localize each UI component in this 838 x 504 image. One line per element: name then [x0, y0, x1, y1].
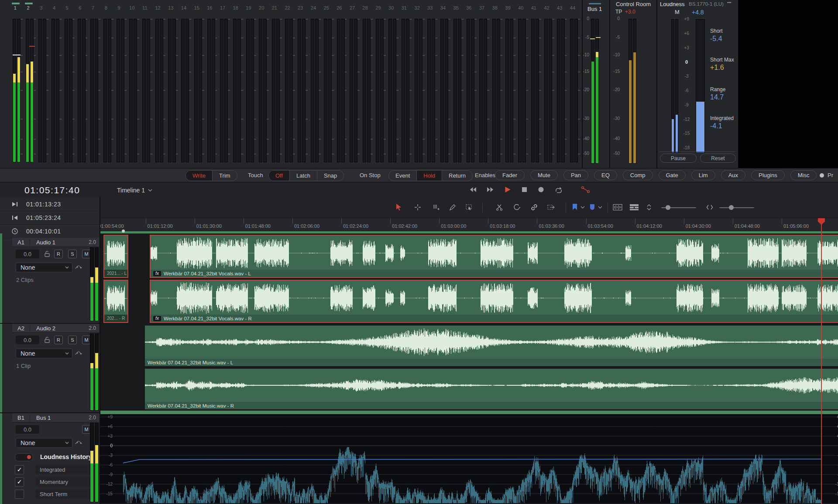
channel-meter-40[interactable]: 40	[516, 0, 529, 168]
solo-button[interactable]: S	[68, 250, 77, 258]
music-clip-l[interactable]: Werkbär 07.04.21_32bit Music.wav - L	[145, 326, 838, 366]
play-button[interactable]	[504, 186, 511, 193]
enable-fader[interactable]: Fader	[495, 170, 525, 180]
event-button[interactable]: Event	[389, 171, 416, 181]
channel-meter-16[interactable]: 16	[205, 0, 218, 168]
enable-lim[interactable]: Lim	[691, 170, 715, 180]
channel-meter-14[interactable]: 14	[179, 0, 192, 168]
marquee-select-tool[interactable]	[465, 203, 473, 211]
enable-pan[interactable]: Pan	[563, 170, 588, 180]
partial-clip-r[interactable]: 202... - R	[103, 280, 128, 323]
channel-meter-26[interactable]: 26	[335, 0, 348, 168]
retime-icon[interactable]	[547, 203, 556, 211]
cut-icon[interactable]	[495, 203, 503, 211]
latch-button[interactable]: Latch	[289, 171, 317, 181]
music-clip-r[interactable]: Werkbär 07.04.21_32bit Music.wav - R	[145, 369, 838, 409]
fx-badge[interactable]: fx	[153, 271, 161, 276]
checkbox[interactable]: ✓	[15, 477, 24, 487]
razor-tool[interactable]	[432, 203, 440, 211]
channel-meter-10[interactable]: 10	[127, 0, 140, 168]
waveform-view-icon[interactable]	[613, 203, 622, 211]
link-icon[interactable]	[530, 203, 538, 211]
loudness-menu-icon[interactable]: •••	[727, 0, 731, 5]
channel-meter-29[interactable]: 29	[374, 0, 387, 168]
channel-meter-7[interactable]: 7	[88, 0, 101, 168]
write-button[interactable]: Write	[186, 171, 212, 181]
zoom-slider-handle[interactable]	[729, 205, 734, 210]
channel-meter-42[interactable]: 42	[542, 0, 555, 168]
effects-dropdown[interactable]: None	[16, 263, 72, 272]
channel-strip-dot-icon[interactable]	[820, 173, 824, 178]
channel-meter-2[interactable]: 2	[24, 0, 37, 168]
pencil-tool[interactable]	[449, 203, 457, 211]
timeline-area[interactable]: 01:00:54:0001:01:12:0001:01:30:0001:01:4…	[100, 197, 838, 504]
channel-meter-1[interactable]: 1	[10, 0, 24, 168]
channel-meter-30[interactable]: 30	[386, 0, 399, 168]
lock-icon[interactable]	[44, 336, 51, 343]
channel-meter-21[interactable]: 21	[270, 0, 283, 168]
channel-meter-27[interactable]: 27	[347, 0, 361, 168]
channel-meter-3[interactable]: 3	[36, 0, 49, 168]
channel-meter-22[interactable]: 22	[283, 0, 296, 168]
reset-button[interactable]: Reset	[700, 154, 736, 163]
marker-chevron-icon[interactable]	[598, 206, 602, 209]
pointer-tool[interactable]	[395, 203, 403, 211]
channel-meter-36[interactable]: 36	[464, 0, 477, 168]
zoom-slider[interactable]	[719, 207, 754, 208]
automation-curve-icon[interactable]	[74, 439, 84, 446]
effects-dropdown[interactable]: None	[16, 349, 72, 358]
automation-curve-icon[interactable]	[74, 264, 84, 271]
enable-aux[interactable]: Aux	[721, 170, 745, 180]
channel-meter-15[interactable]: 15	[192, 0, 205, 168]
duration-row[interactable]: 00:04:10:01	[0, 224, 100, 238]
playhead-line[interactable]	[821, 218, 822, 504]
fast-forward-button[interactable]	[487, 186, 494, 193]
channel-meter-9[interactable]: 9	[114, 0, 127, 168]
pause-button[interactable]: Pause	[660, 154, 697, 163]
off-button[interactable]: Off	[269, 171, 289, 181]
channel-meter-28[interactable]: 28	[361, 0, 374, 168]
partial-clip-l[interactable]: 2021... - L	[103, 235, 128, 278]
loudness-history-toggle[interactable]	[15, 453, 33, 461]
zoom-extent-icon[interactable]	[706, 203, 713, 211]
return-button[interactable]: Return	[442, 171, 472, 181]
marker-dot[interactable]	[122, 230, 125, 233]
channel-meter-11[interactable]: 11	[140, 0, 153, 168]
vocal-clip-l[interactable]: fx Werkbär 07.04.21_32bit Vocals.wav - L	[150, 235, 838, 278]
channel-meter-44[interactable]: 44	[568, 0, 581, 168]
track-height-slider-handle[interactable]	[666, 205, 670, 210]
flag-chevron-icon[interactable]	[580, 206, 585, 209]
channel-meter-20[interactable]: 20	[257, 0, 270, 168]
range-tool[interactable]	[414, 203, 422, 211]
channel-meter-6[interactable]: 6	[76, 0, 89, 168]
channel-meter-5[interactable]: 5	[62, 0, 76, 168]
track-header-a2[interactable]: A2 Audio 2 2.0 0.0 R S M None 1 Clip	[0, 324, 100, 413]
channel-meter-19[interactable]: 19	[244, 0, 257, 168]
volume-field[interactable]: 0.0	[16, 250, 39, 258]
channel-meter-34[interactable]: 34	[438, 0, 451, 168]
option-integrated[interactable]: ✓Integrated	[15, 465, 94, 474]
channel-meter-17[interactable]: 17	[218, 0, 231, 168]
checkbox[interactable]	[15, 490, 24, 499]
track-height-icon[interactable]	[646, 203, 652, 211]
fx-badge[interactable]: fx	[153, 316, 161, 321]
scroll-strip-bus[interactable]	[100, 411, 838, 414]
record-arm-button[interactable]: R	[54, 250, 63, 258]
channel-meter-24[interactable]: 24	[309, 0, 322, 168]
flag-icon[interactable]	[572, 203, 578, 211]
channel-meter-18[interactable]: 18	[231, 0, 244, 168]
track-layout-icon[interactable]	[629, 203, 639, 211]
channel-meter-23[interactable]: 23	[295, 0, 309, 168]
loop-button[interactable]	[554, 186, 563, 193]
lock-icon[interactable]	[44, 250, 51, 257]
automation-curve-icon[interactable]	[74, 350, 84, 357]
channel-meter-4[interactable]: 4	[49, 0, 62, 168]
enable-mute[interactable]: Mute	[530, 170, 558, 180]
record-button[interactable]	[538, 186, 544, 193]
option-short-term[interactable]: Short Term	[15, 489, 94, 499]
track-header-a1[interactable]: A1 Audio 1 2.0 0.0 R S M None 2 Clips	[0, 238, 100, 324]
hold-button[interactable]: Hold	[416, 171, 442, 181]
volume-field[interactable]: 0.0	[16, 336, 39, 344]
marker-icon[interactable]	[589, 203, 595, 211]
channel-meter-35[interactable]: 35	[451, 0, 464, 168]
